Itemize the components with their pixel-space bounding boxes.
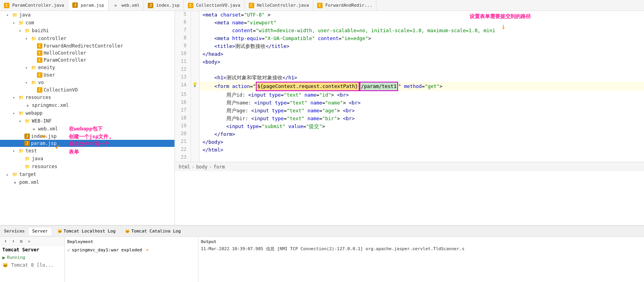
tree-test-resources[interactable]: 📁 resources bbox=[0, 163, 174, 170]
folder-icon-testjava: 📁 bbox=[24, 156, 31, 162]
tab-webxml[interactable]: ✱ web.xml bbox=[108, 0, 144, 11]
tree-com[interactable]: ▾ 📁 com bbox=[0, 19, 174, 27]
breadcrumb: html › body › form bbox=[175, 162, 644, 171]
tree-vo[interactable]: ▾ 📁 vo bbox=[0, 79, 174, 86]
tree-springmvcxml[interactable]: ✱ springmvc.xml bbox=[0, 101, 174, 109]
arrow-target: ▸ bbox=[6, 172, 12, 177]
breadcrumb-form: form bbox=[213, 164, 225, 170]
tree-baizhi[interactable]: ▾ 📁 baizhi bbox=[0, 27, 174, 35]
tree-pomxml[interactable]: ✱ pom.xml bbox=[0, 178, 174, 186]
tab-collectionvo[interactable]: C CollectionVO.java bbox=[184, 0, 245, 11]
breadcrumb-sep2: › bbox=[209, 164, 212, 170]
tab-paramcontroller[interactable]: C ParamController.java bbox=[0, 0, 68, 11]
tomcat-localhost-icon: 🐱 bbox=[57, 229, 62, 233]
tree-eneity[interactable]: ▾ 📁 eneity bbox=[0, 64, 174, 71]
tomcat-catalina-icon: 🐱 bbox=[125, 229, 130, 233]
project-tree: ▾ 📁 java ▾ 📁 com ▾ 📁 baizhi ▾ 📁 controll… bbox=[0, 11, 175, 225]
code-line-5: 5 <meta charset="UTF-8" > bbox=[175, 11, 644, 19]
tomcat-localhost-label: Tomcat Localhost Log bbox=[64, 229, 116, 234]
tab-server[interactable]: Server bbox=[28, 227, 52, 235]
tomcat8-item[interactable]: 🐱 Tomcat 8 [lo... bbox=[0, 261, 64, 269]
code-line-11: 11 <body> bbox=[175, 58, 644, 66]
jsp-icon: J bbox=[72, 2, 78, 8]
arrow-webapp: ▾ bbox=[13, 111, 18, 115]
code-line-8: 8 <meta http-equiv="X-UA-Compatible" con… bbox=[175, 35, 644, 42]
code-line-14: 14 💡 <form action="${pageContext.request… bbox=[175, 82, 644, 91]
tree-resources[interactable]: ▾ 📁 resources bbox=[0, 93, 174, 101]
tree-paramcontroller[interactable]: C ParamController bbox=[0, 57, 174, 64]
grid-icon[interactable]: ⊞ bbox=[18, 238, 24, 244]
arrow-controller: ▾ bbox=[25, 37, 31, 41]
code-editor[interactable]: 设置表单需要提交到的路径 ↓ 5 <meta charset="UTF-8" >… bbox=[175, 11, 644, 225]
xml-icon-web: ✱ bbox=[31, 126, 37, 132]
deployment-header: Deployment bbox=[67, 239, 196, 244]
java-icon-param: C bbox=[37, 57, 42, 63]
tab-hellocontroller[interactable]: C HelloController.java bbox=[245, 0, 313, 11]
java-icon: C bbox=[4, 3, 9, 8]
code-table: 5 <meta charset="UTF-8" > 6 <meta name="… bbox=[175, 11, 644, 162]
server-tab-label: Server bbox=[32, 229, 48, 234]
folder-icon-com: 📁 bbox=[18, 20, 24, 26]
tree-webxml[interactable]: ✱ web.xml bbox=[0, 125, 174, 133]
tab-param-jsp[interactable]: J param.jsp bbox=[68, 0, 108, 11]
tree-target[interactable]: ▸ 📁 target bbox=[0, 170, 174, 178]
folder-icon-controller: 📁 bbox=[31, 35, 37, 42]
code-line-17: 17 用户age: <input type="text" name="age">… bbox=[175, 107, 644, 115]
deployment-item: ✓ springmvc_day1:war exploded ➜ bbox=[67, 246, 196, 254]
code-line-13: 13 <h1>测试对象和零散对象接收</h1> bbox=[175, 74, 644, 82]
output-text: 11-Mar-2022 10:39:07.985 信息 [RMI TCP Con… bbox=[201, 246, 642, 252]
green-check-icon: ✓ bbox=[67, 247, 70, 253]
server-status: ▶ Running bbox=[0, 254, 64, 261]
arrow-java: ▾ bbox=[6, 13, 12, 17]
bottom-content: ⬆ ⬇ ⊞ » Tomcat Server ▶ Running 🐱 Tomcat… bbox=[0, 237, 644, 282]
server-running-label: Running bbox=[7, 255, 25, 260]
more-icon[interactable]: » bbox=[26, 238, 32, 244]
code-line-22: 22 </html> bbox=[175, 146, 644, 154]
tab-tomcat-catalina[interactable]: 🐱 Tomcat Catalina Log bbox=[121, 227, 185, 235]
tree-user[interactable]: C User bbox=[0, 71, 174, 79]
tab-forwardandredir[interactable]: C ForwardAndRedir... bbox=[313, 0, 376, 11]
code-line-20: 20 </form> bbox=[175, 130, 644, 138]
tree-indexjsp[interactable]: J index.jsp bbox=[0, 133, 174, 140]
folder-icon-vo: 📁 bbox=[31, 79, 37, 86]
folder-icon-test: 📁 bbox=[18, 148, 24, 154]
services-left: ⬆ ⬇ ⊞ » Tomcat Server ▶ Running 🐱 Tomcat… bbox=[0, 237, 65, 282]
tab-tomcat-localhost[interactable]: 🐱 Tomcat Localhost Log bbox=[53, 227, 120, 235]
tree-java[interactable]: ▾ 📁 java bbox=[0, 11, 174, 19]
java-icon-collvo: C bbox=[37, 87, 42, 93]
jsp-icon2: J bbox=[148, 3, 153, 8]
jsp-icon-index: J bbox=[24, 134, 30, 139]
sort-up-icon[interactable]: ⬆ bbox=[2, 238, 9, 244]
deployment-area: Deployment ✓ springmvc_day1:war exploded… bbox=[65, 237, 644, 282]
xml-icon: ✱ bbox=[112, 2, 119, 9]
tree-controller[interactable]: ▾ 📁 controller bbox=[0, 35, 174, 42]
folder-icon-eneity: 📁 bbox=[31, 64, 37, 71]
tree-webapp[interactable]: ▾ 📁 webapp bbox=[0, 109, 174, 117]
folder-icon-baizhi: 📁 bbox=[24, 27, 31, 34]
bottom-tabs: Services Server 🐱 Tomcat Localhost Log 🐱… bbox=[0, 226, 644, 237]
tree-paramjsp[interactable]: J param.jsp bbox=[0, 140, 174, 147]
java-icon-user: C bbox=[37, 72, 42, 78]
folder-icon-java: 📁 bbox=[12, 12, 18, 18]
arrow-webinf: ▾ bbox=[19, 119, 24, 123]
tab-indexjsp[interactable]: J index.jsp bbox=[144, 0, 184, 11]
tree-test-java[interactable]: 📁 java bbox=[0, 155, 174, 163]
lightbulb-icon: 💡 bbox=[192, 82, 198, 87]
services-toolbar: ⬆ ⬇ ⊞ » bbox=[0, 237, 64, 246]
tree-webinf[interactable]: ▾ 📁 WEB-INF bbox=[0, 117, 174, 125]
tree-forwardredirect[interactable]: C ForwardAndRedirectController bbox=[0, 42, 174, 49]
tree-test[interactable]: ▾ 📁 test bbox=[0, 147, 174, 155]
deployment-item-label: springmvc_day1:war exploded bbox=[72, 247, 142, 253]
code-line-12: 12 bbox=[175, 66, 644, 74]
breadcrumb-body: body bbox=[196, 164, 207, 170]
code-line-15: 15 用户id: <input type="text" name="id"> <… bbox=[175, 91, 644, 99]
code-line-23: 23 bbox=[175, 154, 644, 162]
folder-icon-webapp: 📁 bbox=[18, 110, 24, 116]
tomcat-catalina-label: Tomcat Catalina Log bbox=[131, 229, 181, 234]
tree-collectionvo[interactable]: C CollectionVO bbox=[0, 86, 174, 93]
breadcrumb-sep1: › bbox=[192, 164, 194, 170]
tomcat-server-item[interactable]: Tomcat Server bbox=[0, 246, 64, 254]
tomcat8-label: 🐱 Tomcat 8 [lo... bbox=[2, 262, 54, 268]
tree-hellocontroller[interactable]: C HelloController bbox=[0, 49, 174, 57]
sort-down-icon[interactable]: ⬇ bbox=[10, 238, 17, 244]
